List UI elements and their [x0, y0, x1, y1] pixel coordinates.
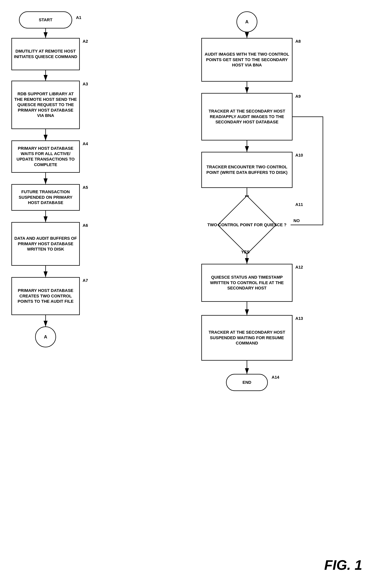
a8-label: AUDIT IMAGES WITH THE TWO CONTROL POINTS… [204, 52, 290, 68]
a9-ref: A9 [295, 94, 301, 99]
a7-label: PRIMARY HOST DATABASE CREATES TWO CONTRO… [14, 288, 77, 304]
a12-label: QUIESCE STATUS AND TIMESTAMP WRITTEN TO … [204, 275, 290, 291]
a8-node: AUDIT IMAGES WITH THE TWO CONTROL POINTS… [201, 38, 293, 82]
a2-node: DMUTILITY AT REMOTE HOST INITIATES QUIES… [11, 38, 80, 70]
a3-node: RDB SUPPORT LIBRARY AT THE REMOTE HOST S… [11, 81, 80, 129]
a14-ref: A14 [272, 375, 279, 380]
a6-label: DATA AND AUDIT BUFFERS OF PRIMARY HOST D… [14, 236, 77, 252]
a12-ref: A12 [295, 265, 303, 270]
a5-label: FUTURE TRANSACTION SUSPENDED ON PRIMARY … [14, 189, 77, 206]
a13-ref: A13 [295, 316, 303, 321]
a11-ref: A11 [295, 202, 303, 207]
a4-ref: A4 [83, 141, 88, 146]
a8-ref: A8 [295, 39, 301, 44]
a3-ref: A3 [83, 82, 88, 86]
a6-ref: A6 [83, 223, 88, 228]
end-label: END [243, 380, 251, 385]
end-node: END [226, 374, 268, 391]
a10-ref: A10 [295, 153, 303, 158]
a9-node: TRACKER AT THE SECONDARY HOST READ/APPLY… [201, 93, 293, 140]
a4-node: PRIMARY HOST DATABASE WAITS FOR ALL ACTI… [11, 140, 80, 173]
a2-ref: A2 [83, 39, 88, 44]
start-label: START [39, 17, 52, 23]
a11-no-label: NO [294, 218, 300, 223]
a6-node: DATA AND AUDIT BUFFERS OF PRIMARY HOST D… [11, 222, 80, 266]
connector-a-top-label: A [245, 19, 249, 24]
a11-diamond-container: TWO CONTROL POINT FOR QUIESCE ? [201, 201, 293, 249]
connector-a-bottom-label: A [44, 334, 47, 339]
connector-a-top: A [236, 11, 257, 32]
a2-label: DMUTILITY AT REMOTE HOST INITIATES QUIES… [14, 49, 77, 59]
a5-node: FUTURE TRANSACTION SUSPENDED ON PRIMARY … [11, 184, 80, 211]
a1-ref: A1 [76, 15, 81, 20]
start-node: START [19, 11, 72, 28]
figure-label: FIG. 1 [324, 557, 362, 573]
a4-label: PRIMARY HOST DATABASE WAITS FOR ALL ACTI… [14, 146, 77, 168]
a5-ref: A5 [83, 185, 88, 190]
a13-label: TRACKER AT THE SECONDARY HOST SUSPENDED … [204, 330, 290, 346]
connector-a-bottom: A [35, 326, 56, 347]
a9-label: TRACKER AT THE SECONDARY HOST READ/APPLY… [204, 108, 290, 125]
flowchart-diagram: START A1 DMUTILITY AT REMOTE HOST INITIA… [0, 0, 385, 588]
a7-ref: A7 [83, 278, 88, 283]
a10-label: TRACKER ENCOUNTER TWO CONTROL POINT (WRI… [204, 164, 290, 175]
a13-node: TRACKER AT THE SECONDARY HOST SUSPENDED … [201, 315, 293, 361]
a11-yes-label: YES [241, 250, 249, 254]
a3-label: RDB SUPPORT LIBRARY AT THE REMOTE HOST S… [14, 91, 77, 118]
a7-node: PRIMARY HOST DATABASE CREATES TWO CONTRO… [11, 277, 80, 315]
a12-node: QUIESCE STATUS AND TIMESTAMP WRITTEN TO … [201, 264, 293, 302]
a11-text: TWO CONTROL POINT FOR QUIESCE ? [207, 222, 286, 228]
a10-node: TRACKER ENCOUNTER TWO CONTROL POINT (WRI… [201, 152, 293, 188]
